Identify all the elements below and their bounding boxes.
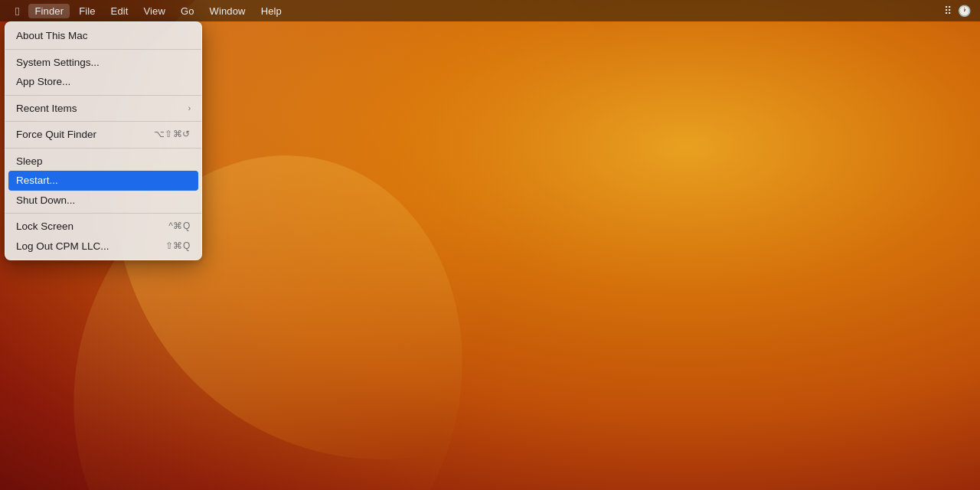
menubar-right: ⠿ 🕐: [944, 5, 971, 17]
share-centers-icon[interactable]: ⠿: [944, 5, 952, 17]
menubar-edit[interactable]: Edit: [105, 4, 135, 18]
menu-item-lock-screen[interactable]: Lock Screen ^⌘Q: [5, 217, 201, 237]
menu-separator-2: [5, 95, 201, 96]
menubar-file[interactable]: File: [73, 4, 101, 18]
menu-separator-4: [5, 148, 201, 149]
menubar-finder[interactable]: Finder: [28, 4, 70, 18]
menubar-help[interactable]: Help: [255, 4, 288, 18]
menu-item-logout[interactable]: Log Out CPM LLC... ⇧⌘Q: [5, 237, 201, 256]
menu-separator-1: [5, 49, 201, 50]
menu-item-app-store[interactable]: App Store...: [5, 72, 201, 92]
menubar-view[interactable]: View: [138, 4, 172, 18]
recent-items-chevron-icon: ›: [188, 103, 191, 113]
menu-item-restart[interactable]: Restart...: [8, 171, 198, 191]
menu-item-sleep[interactable]: Sleep: [5, 152, 201, 172]
menu-item-about[interactable]: About This Mac: [5, 26, 201, 46]
menu-separator-3: [5, 121, 201, 122]
logout-shortcut: ⇧⌘Q: [165, 240, 191, 253]
menu-item-system-settings[interactable]: System Settings...: [5, 53, 201, 73]
menubar-window[interactable]: Window: [204, 4, 252, 18]
menubar-go[interactable]: Go: [175, 4, 201, 18]
lock-screen-shortcut: ^⌘Q: [168, 220, 191, 233]
menu-separator-5: [5, 213, 201, 214]
menu-item-force-quit[interactable]: Force Quit Finder ⌥⇧⌘↺: [5, 125, 201, 145]
menubar:  Finder File Edit View Go Window Help ⠿…: [0, 0, 980, 21]
apple-menu-dropdown: About This Mac System Settings... App St…: [5, 21, 202, 260]
menu-item-shutdown[interactable]: Shut Down...: [5, 191, 201, 211]
menubar-left:  Finder File Edit View Go Window Help: [9, 3, 288, 19]
menu-item-recent-items[interactable]: Recent Items ›: [5, 99, 201, 119]
force-quit-shortcut: ⌥⇧⌘↺: [154, 129, 191, 141]
apple-menu-button[interactable]: : [9, 3, 25, 19]
desktop:  Finder File Edit View Go Window Help ⠿…: [0, 0, 980, 490]
clock-icon[interactable]: 🕐: [958, 5, 971, 17]
